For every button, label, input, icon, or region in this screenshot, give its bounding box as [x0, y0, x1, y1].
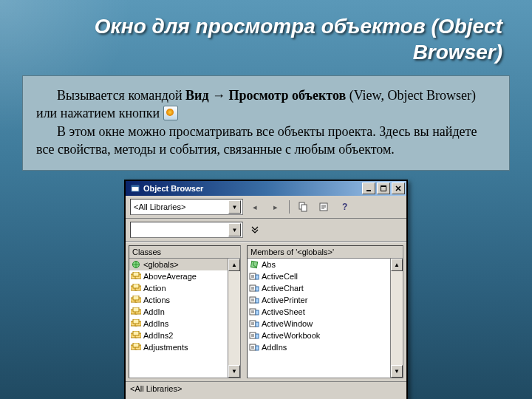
item-label: ActiveCell — [262, 272, 298, 281]
search-combo[interactable]: ▼ — [130, 222, 243, 238]
view-definition-button[interactable] — [315, 199, 332, 215]
svg-rect-32 — [250, 273, 256, 279]
members-header: Members of '<globals>' — [248, 246, 403, 259]
svg-rect-45 — [256, 346, 259, 350]
svg-rect-27 — [133, 331, 139, 335]
class-item[interactable]: AddIn — [129, 306, 228, 318]
item-label: AddIns2 — [143, 331, 173, 340]
close-button[interactable] — [392, 183, 405, 194]
svg-rect-42 — [250, 332, 256, 338]
item-label: Abs — [262, 260, 276, 269]
item-label: Actions — [143, 296, 170, 304]
svg-rect-30 — [133, 343, 139, 347]
scroll-track[interactable] — [228, 271, 240, 365]
chevron-down-icon[interactable]: ▼ — [228, 223, 241, 236]
class-item[interactable]: AddIns — [129, 318, 228, 330]
titlebar[interactable]: Object Browser — [126, 181, 406, 196]
text: В этом окне можно просматривать все объе… — [36, 123, 496, 159]
svg-rect-18 — [133, 296, 139, 300]
prop-icon — [249, 331, 259, 340]
svg-rect-39 — [256, 310, 259, 315]
method-icon — [249, 260, 259, 269]
class-icon — [131, 272, 141, 281]
classes-list[interactable]: <globals>AboveAverageActionActionsAddInA… — [129, 259, 228, 378]
item-label: Adjustments — [143, 343, 188, 352]
text-bold: Вид → Просмотр объектов — [185, 88, 346, 103]
svg-rect-4 — [381, 185, 386, 187]
svg-rect-6 — [301, 205, 307, 211]
svg-rect-38 — [250, 309, 256, 315]
svg-rect-33 — [256, 275, 259, 279]
combo-value: <All Libraries> — [134, 202, 185, 211]
scrollbar[interactable]: ▲ ▼ — [390, 259, 403, 378]
svg-rect-12 — [133, 272, 139, 276]
class-item[interactable]: <globals> — [129, 259, 228, 270]
svg-rect-35 — [256, 287, 259, 291]
class-item[interactable]: Adjustments — [129, 341, 228, 353]
member-item[interactable]: ActiveSheet — [248, 306, 390, 318]
nav-forward-button[interactable]: ▸ — [267, 199, 284, 215]
scroll-track[interactable] — [391, 271, 403, 365]
members-list[interactable]: AbsActiveCellActiveChartActivePrinterAct… — [248, 259, 390, 378]
svg-rect-44 — [250, 344, 256, 350]
globals-icon — [131, 260, 141, 269]
svg-rect-2 — [366, 190, 371, 191]
member-item[interactable]: ActivePrinter — [248, 294, 390, 306]
member-item[interactable]: Abs — [248, 259, 390, 270]
item-label: <globals> — [143, 260, 179, 269]
chevron-down-icon[interactable]: ▼ — [228, 200, 241, 214]
scroll-up-icon[interactable]: ▲ — [391, 259, 403, 271]
class-icon — [131, 296, 141, 304]
member-item[interactable]: ActiveCell — [248, 270, 390, 282]
toolbar-row-1: <All Libraries> ▼ ◂ ▸ ? — [126, 196, 406, 219]
class-item[interactable]: AddIns2 — [129, 330, 228, 341]
scrollbar[interactable]: ▲ ▼ — [228, 259, 240, 378]
item-label: ActivePrinter — [262, 296, 307, 304]
help-button[interactable]: ? — [335, 199, 353, 215]
prop-icon — [249, 319, 259, 328]
members-pane: Members of '<globals>' AbsActiveCellActi… — [247, 245, 403, 378]
member-item[interactable]: ActiveWorkbook — [248, 330, 390, 341]
prop-icon — [249, 284, 259, 293]
class-item[interactable]: AboveAverage — [129, 270, 228, 282]
svg-rect-24 — [133, 319, 139, 324]
scroll-down-icon[interactable]: ▼ — [391, 365, 403, 378]
item-label: ActiveWindow — [262, 319, 313, 328]
search-button[interactable] — [246, 222, 264, 238]
svg-rect-34 — [250, 285, 256, 291]
member-item[interactable]: AddIns — [248, 341, 390, 353]
scroll-up-icon[interactable]: ▲ — [228, 259, 240, 271]
copy-button[interactable] — [294, 199, 312, 215]
svg-rect-21 — [133, 307, 139, 312]
item-label: ActiveWorkbook — [262, 331, 320, 340]
svg-rect-41 — [256, 322, 259, 327]
libraries-combo[interactable]: <All Libraries> ▼ — [130, 199, 243, 215]
member-item[interactable]: ActiveWindow — [248, 318, 390, 330]
svg-text:?: ? — [342, 202, 347, 212]
class-icon — [131, 343, 141, 352]
object-browser-window: Object Browser <All Libraries> ▼ ◂ ▸ ? ▼ — [124, 180, 408, 399]
item-label: AddIns — [143, 319, 168, 328]
object-browser-toolbar-icon — [163, 106, 178, 120]
item-label: AboveAverage — [143, 272, 197, 281]
class-icon — [131, 284, 141, 293]
svg-rect-40 — [250, 321, 256, 327]
prop-icon — [249, 272, 259, 281]
panes: Classes <globals>AboveAverageActionActio… — [126, 242, 406, 381]
slide-title: Окно для просмотра объектов (Object Brow… — [89, 13, 502, 65]
scroll-down-icon[interactable]: ▼ — [228, 365, 240, 378]
svg-rect-15 — [133, 284, 139, 288]
svg-rect-37 — [256, 299, 259, 303]
class-item[interactable]: Actions — [129, 294, 228, 306]
minimize-button[interactable] — [362, 183, 375, 194]
member-item[interactable]: ActiveChart — [248, 282, 390, 294]
item-label: AddIns — [262, 343, 287, 352]
text: Вызывается командой — [57, 88, 185, 103]
class-item[interactable]: Action — [129, 282, 228, 294]
nav-back-button[interactable]: ◂ — [246, 199, 264, 215]
item-label: Action — [143, 284, 166, 293]
description-pane: <All Libraries> — [126, 381, 406, 399]
prop-icon — [249, 296, 259, 304]
window-title: Object Browser — [143, 184, 361, 193]
maximize-button[interactable] — [377, 183, 390, 194]
